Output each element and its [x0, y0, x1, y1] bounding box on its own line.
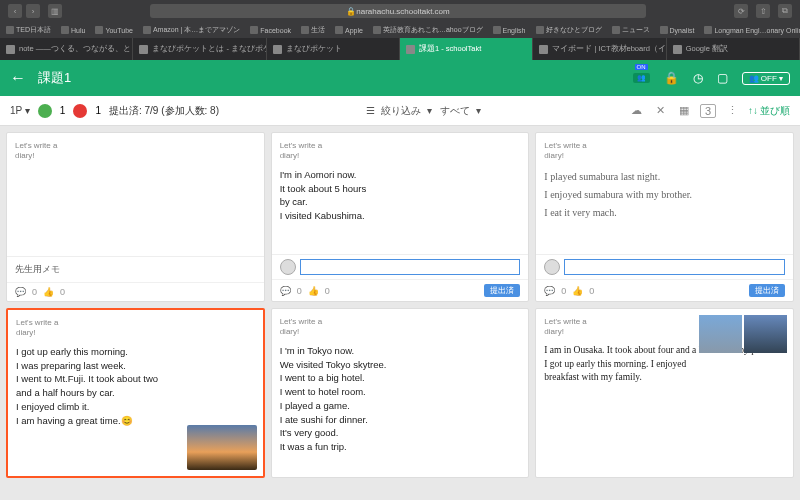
bookmark-item[interactable]: Hulu [61, 26, 85, 34]
submit-status: 提出済: 7/9 (参加人数: 8) [109, 104, 219, 118]
cloud-icon[interactable]: ☁ [628, 104, 644, 118]
image-thumb [187, 425, 257, 470]
toolbar: 1P ▾ 1 1 提出済: 7/9 (参加人数: 8) ☰ 絞り込み ▾ すべて… [0, 96, 800, 126]
bookmark-item[interactable]: 好きなひとブログ [536, 25, 602, 35]
status-badge: 提出済 [749, 284, 785, 297]
like-icon[interactable]: 👍 [308, 286, 319, 296]
back-arrow[interactable]: ← [10, 69, 26, 87]
bookmark-item[interactable]: YouTube [95, 26, 133, 34]
face-red-icon[interactable] [73, 104, 87, 118]
page-title: 課題1 [38, 69, 633, 87]
prompt-text: Let's write adiary! [16, 318, 255, 339]
submission-card[interactable]: Let's write adiary! I 'm in Tokyo now. W… [271, 308, 530, 478]
count-box[interactable]: 3 [700, 104, 716, 118]
prompt-text: Let's write adiary! [544, 141, 785, 162]
red-count: 1 [95, 105, 101, 116]
prompt-text: Let's write adiary! [280, 317, 521, 338]
browser-tab[interactable]: note ――つくる、つながる、とどける。 [0, 38, 133, 60]
browser-tab[interactable]: マイボード | ICT教材eboard（イーボ… [533, 38, 666, 60]
bookmark-item[interactable]: Facebook [250, 26, 291, 34]
shuffle-icon[interactable]: ✕ [652, 104, 668, 118]
diary-text: I 'm in Tokyo now. We visited Tokyo skyt… [280, 344, 521, 454]
bookmark-item[interactable]: TED日本語 [6, 25, 51, 35]
sidebar-icon[interactable]: ▥ [48, 4, 62, 18]
comment-input[interactable] [300, 259, 521, 275]
nav-fwd[interactable]: › [26, 4, 40, 18]
diary-text: I'm in Aomori now. It took about 5 hours… [280, 168, 521, 223]
comment-icon[interactable]: 💬 [280, 286, 291, 296]
off-badge[interactable]: 👥 OFF ▾ [742, 72, 790, 85]
bookmark-item[interactable]: 生活 [301, 25, 325, 35]
face-green-icon[interactable] [38, 104, 52, 118]
nav-back[interactable]: ‹ [8, 4, 22, 18]
reload-icon[interactable]: ⟳ [734, 4, 748, 18]
comment-count: 0 [32, 287, 37, 297]
grid-icon[interactable]: ▦ [676, 104, 692, 118]
more-icon[interactable]: ⋮ [724, 104, 740, 118]
comment-count: 0 [297, 286, 302, 296]
like-icon[interactable]: 👍 [43, 287, 54, 297]
all-dropdown[interactable]: すべて ▾ [440, 104, 481, 118]
bookmark-item[interactable]: Amazon | 本…までアマゾン [143, 25, 240, 35]
browser-tab[interactable]: 課題1 - schoolTakt [400, 38, 533, 60]
timer-icon[interactable]: ◷ [693, 71, 703, 85]
prompt-text: Let's write adiary! [15, 141, 256, 162]
image-thumb [699, 315, 787, 353]
submission-card[interactable]: Let's write adiary!I am in Ousaka. It to… [535, 308, 794, 478]
comment-icon[interactable]: 💬 [544, 286, 555, 296]
bookmark-item[interactable]: Longman Engl…onary Online [704, 26, 800, 34]
browser-tab[interactable]: まなびポケットとは - まなびポケット｜… [133, 38, 266, 60]
comment-input[interactable] [564, 259, 785, 275]
avatar [544, 259, 560, 275]
bookmarks-bar: TED日本語HuluYouTubeAmazon | 本…までアマゾンFacebo… [0, 22, 800, 38]
prompt-text: Let's write adiary! [280, 141, 521, 162]
browser-chrome-top: ‹ › ▥ 🔒 narahachu.schooltakt.com ⟳ ⇧ ⧉ [0, 0, 800, 22]
like-count: 0 [325, 286, 330, 296]
url-bar[interactable]: 🔒 narahachu.schooltakt.com [150, 4, 646, 18]
browser-tab[interactable]: まなびポケット [267, 38, 400, 60]
bookmark-item[interactable]: 英語教育あれこれ…ahooブログ [373, 25, 483, 35]
comment-icon[interactable]: 💬 [15, 287, 26, 297]
filter-dropdown[interactable]: ☰ 絞り込み ▾ [366, 104, 432, 118]
submission-card[interactable]: Let's write adiary!I got up early this m… [6, 308, 265, 478]
diary-text: I got up early this morning. I was prepa… [16, 345, 255, 428]
submission-card[interactable]: Let's write adiary!先生用メモ💬0👍0 [6, 132, 265, 302]
comment-count: 0 [561, 286, 566, 296]
browser-tab[interactable]: Google 翻訳 [667, 38, 800, 60]
page-indicator[interactable]: 1P ▾ [10, 105, 30, 116]
like-count: 0 [60, 287, 65, 297]
handwritten-text: I played sumabura last night. I enjoyed … [544, 168, 785, 222]
card-grid: Let's write adiary!先生用メモ💬0👍0Let's write … [0, 126, 800, 484]
bookmark-item[interactable]: Dynalist [660, 26, 695, 34]
lock-icon[interactable]: 🔒 [664, 71, 679, 85]
like-count: 0 [589, 286, 594, 296]
status-badge: 提出済 [484, 284, 520, 297]
like-icon[interactable]: 👍 [572, 286, 583, 296]
tabs-icon[interactable]: ⧉ [778, 4, 792, 18]
teacher-memo[interactable]: 先生用メモ [7, 256, 264, 282]
bookmark-item[interactable]: English [493, 26, 526, 34]
app-header: ← 課題1 👥 🔒 ◷ ▢ 👥 OFF ▾ [0, 60, 800, 96]
share-icon[interactable]: ⇧ [756, 4, 770, 18]
green-count: 1 [60, 105, 66, 116]
present-icon[interactable]: ▢ [717, 71, 728, 85]
bookmark-item[interactable]: ニュース [612, 25, 650, 35]
browser-tabs: note ――つくる、つながる、とどける。まなびポケットとは - まなびポケット… [0, 38, 800, 60]
bookmark-item[interactable]: Apple [335, 26, 363, 34]
submission-card[interactable]: Let's write adiary!I'm in Aomori now. It… [271, 132, 530, 302]
online-toggle[interactable]: 👥 [633, 73, 650, 83]
submission-card[interactable]: Let's write adiary!I played sumabura las… [535, 132, 794, 302]
avatar [280, 259, 296, 275]
sort-button[interactable]: ↑↓ 並び順 [748, 104, 790, 118]
